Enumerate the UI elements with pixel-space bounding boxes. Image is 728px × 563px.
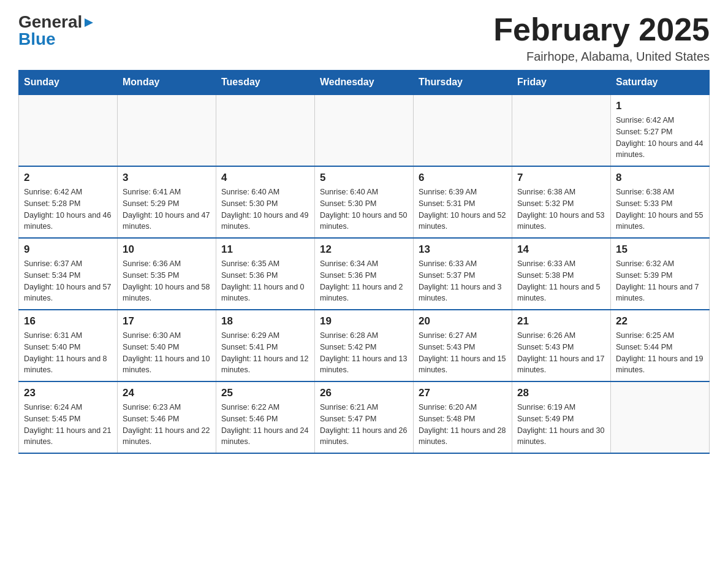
table-row: 24Sunrise: 6:23 AMSunset: 5:46 PMDayligh…	[118, 381, 216, 453]
day-info: Sunrise: 6:36 AMSunset: 5:35 PMDaylight:…	[123, 258, 211, 304]
day-number: 2	[24, 172, 112, 184]
day-info: Sunrise: 6:40 AMSunset: 5:30 PMDaylight:…	[320, 186, 408, 232]
table-row: 16Sunrise: 6:31 AMSunset: 5:40 PMDayligh…	[19, 310, 118, 381]
table-row: 14Sunrise: 6:33 AMSunset: 5:38 PMDayligh…	[512, 238, 611, 310]
col-sunday: Sunday	[19, 71, 118, 95]
day-info: Sunrise: 6:22 AMSunset: 5:46 PMDaylight:…	[221, 402, 309, 448]
calendar-week-row: 1Sunrise: 6:42 AMSunset: 5:27 PMDaylight…	[19, 94, 710, 166]
day-info: Sunrise: 6:30 AMSunset: 5:40 PMDaylight:…	[123, 330, 211, 376]
day-info: Sunrise: 6:35 AMSunset: 5:36 PMDaylight:…	[221, 258, 309, 304]
day-info: Sunrise: 6:20 AMSunset: 5:48 PMDaylight:…	[419, 402, 507, 448]
day-number: 21	[517, 315, 605, 327]
calendar-week-row: 16Sunrise: 6:31 AMSunset: 5:40 PMDayligh…	[19, 310, 710, 381]
day-info: Sunrise: 6:21 AMSunset: 5:47 PMDaylight:…	[320, 402, 408, 448]
day-info: Sunrise: 6:33 AMSunset: 5:38 PMDaylight:…	[517, 258, 605, 304]
logo: General Blue	[18, 12, 94, 49]
day-number: 7	[517, 172, 605, 184]
day-number: 28	[517, 387, 605, 399]
day-info: Sunrise: 6:42 AMSunset: 5:28 PMDaylight:…	[24, 186, 112, 232]
logo-arrow-icon	[83, 17, 94, 28]
day-info: Sunrise: 6:34 AMSunset: 5:36 PMDaylight:…	[320, 258, 408, 304]
day-info: Sunrise: 6:38 AMSunset: 5:33 PMDaylight:…	[616, 186, 704, 232]
day-number: 12	[320, 243, 408, 256]
title-section: February 2025 Fairhope, Alabama, United …	[493, 12, 710, 64]
day-number: 6	[419, 172, 507, 184]
table-row: 25Sunrise: 6:22 AMSunset: 5:46 PMDayligh…	[216, 381, 315, 453]
col-wednesday: Wednesday	[315, 71, 414, 95]
day-info: Sunrise: 6:27 AMSunset: 5:43 PMDaylight:…	[419, 330, 507, 376]
table-row: 1Sunrise: 6:42 AMSunset: 5:27 PMDaylight…	[611, 94, 710, 166]
day-number: 1	[616, 100, 704, 112]
day-number: 11	[221, 243, 309, 256]
day-number: 18	[221, 315, 309, 327]
col-monday: Monday	[118, 71, 216, 95]
day-number: 13	[419, 243, 507, 256]
page-header: General Blue February 2025 Fairhope, Ala…	[18, 12, 710, 64]
table-row: 10Sunrise: 6:36 AMSunset: 5:35 PMDayligh…	[118, 238, 216, 310]
svg-marker-0	[85, 18, 93, 27]
table-row: 17Sunrise: 6:30 AMSunset: 5:40 PMDayligh…	[118, 310, 216, 381]
table-row	[216, 94, 315, 166]
table-row: 5Sunrise: 6:40 AMSunset: 5:30 PMDaylight…	[315, 166, 414, 238]
table-row: 27Sunrise: 6:20 AMSunset: 5:48 PMDayligh…	[414, 381, 512, 453]
day-number: 26	[320, 387, 408, 399]
col-saturday: Saturday	[611, 71, 710, 95]
day-number: 9	[24, 243, 112, 256]
calendar-week-row: 9Sunrise: 6:37 AMSunset: 5:34 PMDaylight…	[19, 238, 710, 310]
table-row: 28Sunrise: 6:19 AMSunset: 5:49 PMDayligh…	[512, 381, 611, 453]
table-row: 2Sunrise: 6:42 AMSunset: 5:28 PMDaylight…	[19, 166, 118, 238]
calendar-week-row: 2Sunrise: 6:42 AMSunset: 5:28 PMDaylight…	[19, 166, 710, 238]
day-info: Sunrise: 6:29 AMSunset: 5:41 PMDaylight:…	[221, 330, 309, 376]
table-row	[19, 94, 118, 166]
day-number: 19	[320, 315, 408, 327]
table-row: 13Sunrise: 6:33 AMSunset: 5:37 PMDayligh…	[414, 238, 512, 310]
table-row: 6Sunrise: 6:39 AMSunset: 5:31 PMDaylight…	[414, 166, 512, 238]
table-row: 3Sunrise: 6:41 AMSunset: 5:29 PMDaylight…	[118, 166, 216, 238]
day-info: Sunrise: 6:38 AMSunset: 5:32 PMDaylight:…	[517, 186, 605, 232]
day-number: 27	[419, 387, 507, 399]
day-number: 4	[221, 172, 309, 184]
calendar-table: Sunday Monday Tuesday Wednesday Thursday…	[18, 70, 710, 454]
day-number: 14	[517, 243, 605, 256]
table-row	[414, 94, 512, 166]
day-number: 22	[616, 315, 704, 327]
day-info: Sunrise: 6:40 AMSunset: 5:30 PMDaylight:…	[221, 186, 309, 232]
table-row: 9Sunrise: 6:37 AMSunset: 5:34 PMDaylight…	[19, 238, 118, 310]
table-row	[512, 94, 611, 166]
day-info: Sunrise: 6:25 AMSunset: 5:44 PMDaylight:…	[616, 330, 704, 376]
day-number: 16	[24, 315, 112, 327]
col-friday: Friday	[512, 71, 611, 95]
col-tuesday: Tuesday	[216, 71, 315, 95]
table-row	[315, 94, 414, 166]
table-row: 23Sunrise: 6:24 AMSunset: 5:45 PMDayligh…	[19, 381, 118, 453]
table-row	[611, 381, 710, 453]
day-info: Sunrise: 6:32 AMSunset: 5:39 PMDaylight:…	[616, 258, 704, 304]
day-info: Sunrise: 6:39 AMSunset: 5:31 PMDaylight:…	[419, 186, 507, 232]
table-row: 4Sunrise: 6:40 AMSunset: 5:30 PMDaylight…	[216, 166, 315, 238]
table-row: 15Sunrise: 6:32 AMSunset: 5:39 PMDayligh…	[611, 238, 710, 310]
day-number: 25	[221, 387, 309, 399]
table-row: 22Sunrise: 6:25 AMSunset: 5:44 PMDayligh…	[611, 310, 710, 381]
day-number: 8	[616, 172, 704, 184]
day-info: Sunrise: 6:31 AMSunset: 5:40 PMDaylight:…	[24, 330, 112, 376]
day-info: Sunrise: 6:23 AMSunset: 5:46 PMDaylight:…	[123, 402, 211, 448]
table-row: 26Sunrise: 6:21 AMSunset: 5:47 PMDayligh…	[315, 381, 414, 453]
day-number: 5	[320, 172, 408, 184]
table-row: 12Sunrise: 6:34 AMSunset: 5:36 PMDayligh…	[315, 238, 414, 310]
day-info: Sunrise: 6:28 AMSunset: 5:42 PMDaylight:…	[320, 330, 408, 376]
day-info: Sunrise: 6:24 AMSunset: 5:45 PMDaylight:…	[24, 402, 112, 448]
day-number: 15	[616, 243, 704, 256]
col-thursday: Thursday	[414, 71, 512, 95]
location-title: Fairhope, Alabama, United States	[493, 50, 710, 64]
table-row: 11Sunrise: 6:35 AMSunset: 5:36 PMDayligh…	[216, 238, 315, 310]
day-info: Sunrise: 6:41 AMSunset: 5:29 PMDaylight:…	[123, 186, 211, 232]
day-number: 10	[123, 243, 211, 256]
table-row: 21Sunrise: 6:26 AMSunset: 5:43 PMDayligh…	[512, 310, 611, 381]
table-row: 20Sunrise: 6:27 AMSunset: 5:43 PMDayligh…	[414, 310, 512, 381]
table-row: 19Sunrise: 6:28 AMSunset: 5:42 PMDayligh…	[315, 310, 414, 381]
logo-blue-text: Blue	[18, 29, 56, 48]
table-row: 18Sunrise: 6:29 AMSunset: 5:41 PMDayligh…	[216, 310, 315, 381]
day-info: Sunrise: 6:42 AMSunset: 5:27 PMDaylight:…	[616, 115, 704, 161]
month-title: February 2025	[493, 12, 710, 47]
day-number: 24	[123, 387, 211, 399]
